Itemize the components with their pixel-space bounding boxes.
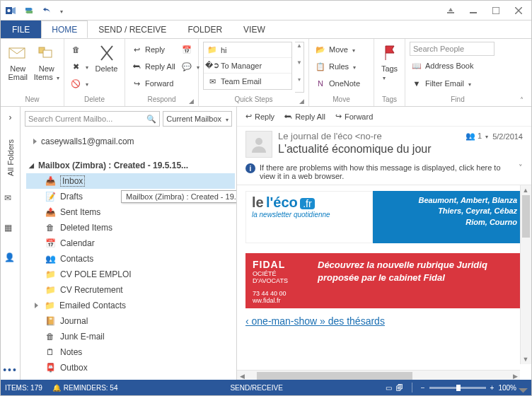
forward-button[interactable]: ↪Forward [129,76,177,91]
folder-emailed-contacts[interactable]: 📁Emailed Contacts [26,298,235,313]
zoom-slider[interactable] [429,387,486,389]
search-icon: 🔍 [146,115,156,124]
maximize-button[interactable] [486,4,506,18]
folder-contacts[interactable]: 👥Contacts [26,251,235,267]
rail-all-folders[interactable]: All Folders [6,139,15,176]
tab-send-receive[interactable]: SEND / RECEIVE [88,21,177,38]
search-mailbox-input[interactable]: Search Current Mailbo... 🔍 [25,111,160,127]
scroll-down-button[interactable]: ▼ [521,354,531,364]
zoom-out-button[interactable]: − [421,384,425,392]
collapse-ribbon-button[interactable]: ˄ [516,95,527,105]
reply-all-icon: ⮪ [284,112,292,121]
address-book-button[interactable]: 📖Address Book [410,58,495,74]
tab-view[interactable]: VIEW [233,21,276,38]
new-email-button[interactable]: New Email [5,42,31,81]
minimize-button[interactable] [463,4,483,18]
rail-mail-icon[interactable]: ✉ [4,193,17,206]
ribbon-group-quicksteps: 📁hi �➲To Manager ✉Team Email ▲ ▼ ▾ Quick… [199,39,309,106]
infobar[interactable]: i If there are problems with how this me… [237,161,531,185]
msg-reply-button[interactable]: ↩Reply [245,112,274,121]
rail-calendar-icon[interactable]: ▦ [4,223,17,235]
quicksteps-down[interactable]: ▼ [295,59,303,75]
fidal-banner: FIDAL OCIÉTÉ D'AVOCATS 73 44 40 00 ww.fi… [245,253,523,308]
msg-forward-button[interactable]: ↪Forward [335,112,373,121]
tab-folder[interactable]: FOLDER [177,21,233,38]
sent-icon: 📤 [45,206,56,218]
quickstep-to-manager[interactable]: �➲To Manager [204,58,291,74]
delete-button[interactable]: Delete [93,42,120,73]
resize-grip[interactable]: ◢ [518,382,529,393]
scroll-thumb[interactable] [522,195,530,238]
zoom-in-button[interactable]: + [490,384,495,392]
cleanup-button[interactable]: ✖ [69,59,90,74]
ribbon-help-icon[interactable] [441,4,461,18]
ignore-button[interactable]: 🗑 [69,42,90,57]
tab-file[interactable]: FILE [1,21,41,38]
tab-home[interactable]: HOME [41,21,88,38]
folder-inbox[interactable]: 📥Inbox [26,173,235,189]
rules-button[interactable]: 📋Rules [313,59,362,74]
forward-icon: ↪ [335,112,342,121]
message-date: 5/2/2014 [492,132,523,141]
people-icon[interactable]: 👥 1 [466,132,488,141]
folder-sent[interactable]: 📤Sent Items [26,204,235,220]
content-area: › All Folders ✉ ▦ 👤 ••• Search Current M… [1,107,531,381]
more-respond-button[interactable]: 💬 [180,59,201,74]
folder-deleted[interactable]: 🗑Deleted Items [26,220,235,235]
rail-people-icon[interactable]: 👤 [4,252,17,265]
folder-cv-pole[interactable]: 📁CV POLE EMPLOI [26,267,235,282]
reply-button[interactable]: ↩Reply [129,42,177,57]
folder-cv-recrutement[interactable]: 📁CV Recrutement [26,282,235,298]
newsletter-banner: le l'éco .fr la newsletter quotidienne B… [245,191,523,243]
quicksteps-up[interactable]: ▲ [295,42,303,58]
contacts-icon: 👥 [45,253,56,264]
undo-icon[interactable] [40,4,54,18]
scroll-up-button[interactable]: ▲ [521,185,531,195]
search-people-input[interactable]: Search People [410,42,495,56]
calendar-icon: 📅 [45,238,56,249]
folder-outbox[interactable]: 📮Outbox [26,360,235,375]
article-link[interactable]: ‹ one-man-show » des thésards [245,315,523,327]
zoom-level[interactable]: 100% [498,384,516,392]
tags-button[interactable]: Tags [378,42,400,81]
status-reminders[interactable]: 🔔REMINDERS: 54 [52,384,118,392]
rail-more-button[interactable]: ••• [3,364,18,375]
meeting-button[interactable]: 📅 [180,42,201,57]
svg-rect-4 [492,7,499,14]
view-reading-icon[interactable]: 🗐 [396,384,403,392]
inbox-icon: 📥 [45,175,56,187]
forward-icon: ↪ [131,78,142,89]
hscroll-thumb[interactable] [257,372,412,380]
move-button[interactable]: 📂Move [313,42,362,57]
account-gmail[interactable]: caseywalls1@gmail.com [26,134,235,149]
close-button[interactable] [509,4,528,18]
send-receive-icon[interactable] [22,4,36,18]
filter-email-button[interactable]: ▼Filter Email [410,76,495,91]
deleted-icon: 🗑 [45,222,56,233]
folder-calendar[interactable]: 📅Calendar [26,235,235,251]
group-label-new: New [25,95,39,105]
folder-junk[interactable]: 🗑Junk E-mail [26,329,235,344]
view-normal-icon[interactable]: ▭ [386,384,392,392]
quickstep-team-email[interactable]: ✉Team Email [204,74,291,89]
expand-folders-button[interactable]: › [9,112,12,122]
new-items-button[interactable]: New Items [34,42,60,82]
folder-journal[interactable]: 📔Journal [26,313,235,329]
reply-all-button[interactable]: ⮪Reply All [129,59,177,74]
quicksteps-gallery[interactable]: 📁hi �➲To Manager ✉Team Email [203,42,292,90]
junk-button[interactable]: 🚫 [69,76,90,91]
msg-reply-all-button[interactable]: ⮪Reply All [284,112,325,121]
quickstep-hi[interactable]: 📁hi [204,42,291,58]
search-scope-dropdown[interactable]: Current Mailbox [163,111,232,127]
folder-tooltip: Mailbox (Zimbra) : Created - 19.5.15 13.… [121,190,236,203]
onenote-button[interactable]: NOneNote [313,76,362,91]
folder-icon: 📁 [45,269,56,280]
expand-icon [35,303,38,308]
quicksteps-more[interactable]: ▾ [295,76,303,92]
folder-notes[interactable]: 🗒Notes [26,344,235,360]
infobar-dropdown[interactable]: ˅ [519,163,523,173]
qat-customize-dropdown[interactable] [59,6,63,16]
delete-icon [97,43,117,63]
account-zimbra[interactable]: ◢ Mailbox (Zimbra) : Created - 19.5.15..… [26,158,235,173]
vertical-scrollbar[interactable]: ▲ ▼ [520,185,531,364]
